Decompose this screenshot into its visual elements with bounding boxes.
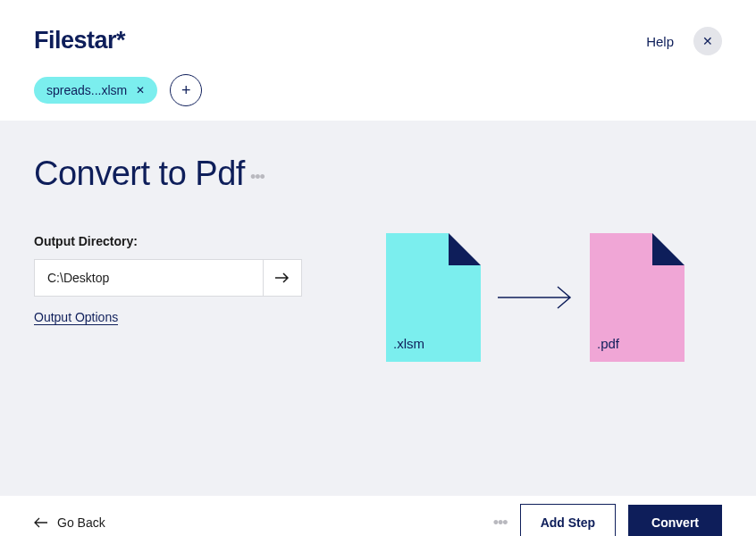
file-chip-row: spreads...xlsm ✕ + bbox=[34, 74, 202, 106]
go-back-label: Go Back bbox=[57, 515, 105, 530]
footer-actions: ••• Add Step Convert bbox=[493, 504, 722, 536]
browse-directory-button[interactable] bbox=[263, 259, 302, 297]
conversion-diagram: .xlsm .pdf bbox=[386, 233, 685, 362]
close-icon[interactable]: ✕ bbox=[136, 84, 145, 96]
output-directory-row bbox=[34, 259, 302, 297]
main: Convert to Pdf ••• Output Directory: Out… bbox=[0, 121, 756, 496]
more-actions-icon[interactable]: ••• bbox=[493, 514, 508, 532]
arrow-left-icon bbox=[34, 517, 48, 528]
file-fold-icon bbox=[652, 233, 685, 265]
convert-arrow-icon bbox=[497, 285, 574, 310]
app-logo: Filestar* bbox=[34, 27, 202, 54]
go-back-button[interactable]: Go Back bbox=[34, 515, 105, 530]
target-file-icon: .pdf bbox=[590, 233, 685, 362]
source-ext-label: .xlsm bbox=[393, 336, 424, 351]
more-options-icon[interactable]: ••• bbox=[250, 168, 265, 187]
output-directory-input[interactable] bbox=[34, 259, 263, 297]
close-icon: ✕ bbox=[702, 34, 713, 48]
header-right: Help ✕ bbox=[646, 27, 722, 55]
target-ext-label: .pdf bbox=[597, 336, 619, 351]
arrow-right-icon bbox=[274, 272, 290, 284]
plus-icon: + bbox=[181, 81, 191, 100]
add-file-button[interactable]: + bbox=[170, 74, 202, 106]
output-options-link[interactable]: Output Options bbox=[34, 310, 118, 325]
page-title-row: Convert to Pdf ••• bbox=[34, 155, 722, 193]
header-left: Filestar* spreads...xlsm ✕ + bbox=[34, 27, 202, 106]
add-step-button[interactable]: Add Step bbox=[520, 504, 616, 536]
convert-button[interactable]: Convert bbox=[628, 505, 722, 536]
file-chip[interactable]: spreads...xlsm ✕ bbox=[34, 77, 157, 104]
footer: Go Back ••• Add Step Convert bbox=[0, 496, 756, 536]
help-link[interactable]: Help bbox=[646, 34, 674, 49]
source-file-icon: .xlsm bbox=[386, 233, 481, 362]
close-window-button[interactable]: ✕ bbox=[693, 27, 722, 55]
file-fold-icon bbox=[449, 233, 481, 265]
file-chip-label: spreads...xlsm bbox=[46, 83, 127, 97]
page-title: Convert to Pdf bbox=[34, 155, 245, 193]
header: Filestar* spreads...xlsm ✕ + Help ✕ bbox=[0, 0, 756, 121]
